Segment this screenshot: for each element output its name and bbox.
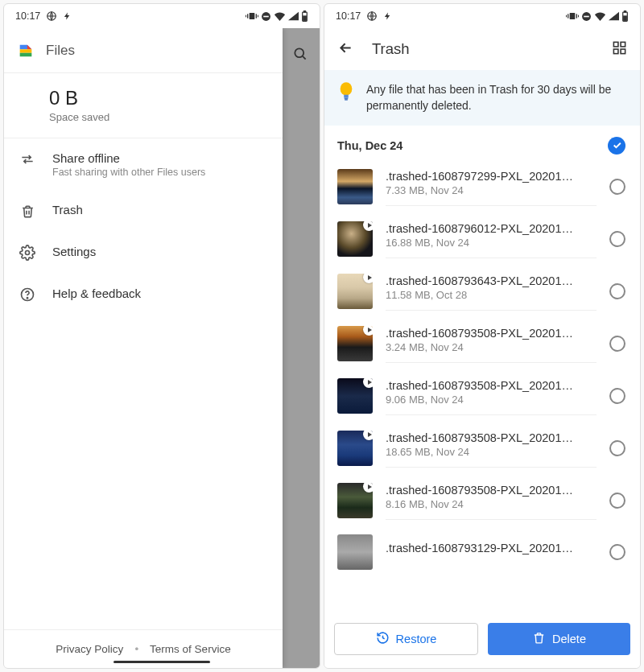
banner-text: Any file that has been in Trash for 30 d…	[366, 81, 627, 114]
file-sub: 7.33 MB, Nov 24	[386, 184, 597, 196]
file-thumbnail	[337, 378, 373, 414]
file-meta: .trashed-1608793643-PXL_20201…11.58 MB, …	[386, 273, 597, 311]
file-name: .trashed-1608793508-PXL_20201…	[386, 379, 597, 392]
file-row[interactable]: .trashed-1608793508-PXL_20201…3.24 MB, N…	[324, 318, 640, 370]
file-thumbnail	[337, 221, 373, 257]
svg-rect-29	[621, 49, 625, 54]
file-row[interactable]: .trashed-1608793508-PXL_20201…18.65 MB, …	[324, 423, 640, 475]
file-thumbnail	[337, 431, 373, 466]
right-phone: 10:17 Trash Any file that has been in Tr…	[324, 3, 641, 669]
play-icon	[363, 378, 373, 388]
restore-button[interactable]: Restore	[334, 623, 478, 655]
file-meta: .trashed-1608793508-PXL_20201…9.06 MB, N…	[386, 377, 597, 415]
file-thumbnail	[337, 534, 373, 570]
select-all-checkbox[interactable]	[608, 137, 625, 155]
status-bar: 10:17	[324, 4, 640, 28]
file-row[interactable]: .trashed-1608793129-PXL_20201…	[324, 527, 640, 577]
file-name: .trashed-1608797299-PXL_20201…	[386, 170, 597, 183]
play-icon	[363, 221, 373, 231]
drawer-item-help[interactable]: Help & feedback	[4, 274, 283, 315]
file-meta: .trashed-1608793508-PXL_20201…8.16 MB, N…	[386, 482, 597, 520]
file-radio[interactable]	[609, 440, 625, 456]
svg-point-11	[295, 48, 303, 57]
svg-rect-25	[624, 16, 627, 20]
file-radio[interactable]	[609, 283, 625, 299]
drawer-item-label: Trash	[52, 203, 268, 216]
svg-rect-32	[345, 97, 349, 99]
info-banner: Any file that has been in Trash for 30 d…	[324, 70, 640, 126]
file-thumbnail	[337, 169, 373, 204]
svg-rect-24	[624, 11, 625, 12]
page-title: Trash	[372, 40, 410, 58]
date-label: Thu, Dec 24	[337, 139, 402, 152]
file-radio[interactable]	[609, 179, 625, 195]
drawer-item-sub: Fast sharing with other Files users	[52, 167, 268, 178]
file-sub: 3.24 MB, Nov 24	[386, 341, 597, 353]
file-row[interactable]: .trashed-1608793643-PXL_20201…11.58 MB, …	[324, 266, 640, 318]
battery-icon	[621, 10, 629, 22]
back-icon[interactable]	[337, 39, 354, 60]
delete-button[interactable]: Delete	[488, 623, 630, 655]
file-radio[interactable]	[609, 336, 625, 352]
file-name: .trashed-1608793508-PXL_20201…	[386, 431, 597, 444]
svg-rect-2	[247, 14, 248, 18]
delete-label: Delete	[552, 633, 586, 645]
file-row[interactable]: .trashed-1608796012-PXL_20201…16.88 MB, …	[324, 213, 640, 266]
space-saved-block: 0 B Space saved	[4, 73, 283, 138]
date-header: Thu, Dec 24	[324, 126, 640, 161]
file-name: .trashed-1608793508-PXL_20201…	[386, 327, 597, 340]
drawer-item-settings[interactable]: Settings	[4, 232, 283, 274]
file-radio[interactable]	[609, 493, 625, 509]
file-list: .trashed-1608797299-PXL_20201…7.33 MB, N…	[324, 161, 640, 615]
drawer-item-label: Help & feedback	[52, 287, 268, 300]
svg-rect-19	[566, 15, 567, 18]
file-radio[interactable]	[609, 544, 625, 560]
file-row[interactable]: .trashed-1608793508-PXL_20201…9.06 MB, N…	[324, 370, 640, 423]
file-radio[interactable]	[609, 231, 625, 247]
svg-rect-28	[613, 49, 618, 54]
search-icon[interactable]	[292, 46, 308, 65]
wifi-icon	[274, 11, 286, 21]
svg-rect-10	[303, 16, 307, 20]
dnd-icon	[581, 11, 592, 22]
svg-rect-20	[578, 15, 579, 18]
home-indicator[interactable]	[114, 661, 210, 663]
file-row[interactable]: .trashed-1608793508-PXL_20201…8.16 MB, N…	[324, 475, 640, 527]
action-bar: Restore Delete	[324, 615, 640, 668]
grid-view-icon[interactable]	[612, 40, 627, 59]
svg-rect-16	[570, 13, 576, 19]
svg-rect-26	[613, 42, 618, 47]
dnd-icon	[261, 11, 271, 22]
file-meta: .trashed-1608796012-PXL_20201…16.88 MB, …	[386, 221, 597, 258]
vibrate-icon	[246, 11, 258, 21]
file-name: .trashed-1608793129-PXL_20201…	[386, 542, 597, 555]
file-thumbnail	[337, 274, 373, 309]
signal-icon	[288, 11, 299, 21]
space-label: Space saved	[49, 111, 266, 123]
play-icon	[363, 431, 373, 440]
play-icon	[363, 326, 373, 336]
svg-rect-27	[621, 42, 625, 47]
drawer-title: Files	[46, 43, 75, 59]
file-meta: .trashed-1608797299-PXL_20201…7.33 MB, N…	[386, 168, 597, 206]
terms-link[interactable]: Terms of Service	[150, 643, 231, 655]
trash-header: Trash	[324, 28, 640, 70]
file-row[interactable]: .trashed-1608797299-PXL_20201…7.33 MB, N…	[324, 161, 640, 213]
wifi-icon	[594, 11, 606, 21]
svg-rect-33	[345, 99, 348, 100]
svg-rect-9	[303, 11, 305, 12]
privacy-link[interactable]: Privacy Policy	[56, 643, 123, 655]
gear-icon	[19, 244, 36, 262]
file-radio[interactable]	[609, 388, 625, 404]
svg-point-14	[27, 298, 27, 299]
drawer-scrim[interactable]	[281, 28, 320, 668]
delete-icon	[532, 631, 546, 647]
globe-icon	[366, 10, 378, 22]
drawer-item-share-offline[interactable]: Share offline Fast sharing with other Fi…	[4, 138, 283, 190]
signal-icon	[609, 11, 619, 21]
svg-rect-22	[584, 15, 589, 17]
file-sub: 16.88 MB, Nov 24	[386, 237, 597, 249]
svg-rect-31	[344, 95, 349, 98]
drawer-item-trash[interactable]: Trash	[4, 190, 283, 232]
trash-icon	[19, 202, 36, 220]
